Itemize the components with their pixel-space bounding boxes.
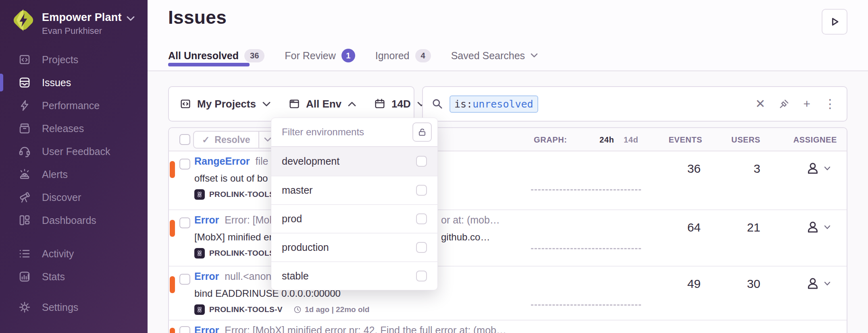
pin-search-icon[interactable]	[779, 99, 789, 109]
sidebar-item-label: Activity	[42, 248, 74, 260]
overflow-menu-icon[interactable]: ⋮	[824, 98, 836, 110]
env-option-stable[interactable]: stable	[271, 261, 437, 290]
env-option-checkbox[interactable]	[416, 242, 427, 253]
tab-saved-searches[interactable]: Saved Searches	[451, 50, 538, 62]
sidebar-item-projects[interactable]: Projects	[0, 48, 148, 71]
tab-for-review[interactable]: For Review 1	[285, 49, 355, 62]
issue-graph-placeholder	[531, 189, 641, 190]
search-actions: ✕ + ⋮	[755, 98, 836, 110]
issue-checkbox[interactable]	[179, 159, 190, 170]
issue-title-link[interactable]: Error	[194, 271, 219, 282]
search-icon	[432, 98, 443, 110]
issue-checkbox[interactable]	[179, 326, 190, 333]
page-filter-bar: My Projects All Env 14D	[168, 86, 414, 122]
error-level-bar	[170, 276, 175, 293]
env-option-checkbox[interactable]	[416, 156, 427, 167]
check-icon: ✓	[202, 134, 210, 145]
org-switcher[interactable]: Empower Plant	[42, 11, 135, 24]
tab-all-unresolved[interactable]: All Unresolved 36	[168, 49, 264, 62]
main-content: Issues All Unresolved 36 For Review 1 Ig…	[148, 0, 868, 333]
issue-checkbox[interactable]	[179, 217, 190, 228]
user-icon	[806, 276, 820, 291]
issue-heading: ErrorError: [MobX] minified error nr: 42…	[194, 325, 506, 333]
sidebar-item-discover[interactable]: Discover	[0, 186, 148, 209]
environment-filter-label: All Env	[306, 98, 341, 110]
tab-label: For Review	[285, 50, 335, 62]
sidebar-item-stats[interactable]: Stats	[0, 265, 148, 288]
issue-row[interactable]: ErrorError: [MobX] minified error nr: 42…	[169, 320, 847, 333]
issue-title-link[interactable]: Error	[194, 214, 219, 225]
sidebar-item-label: Performance	[42, 100, 100, 112]
env-option-checkbox[interactable]	[416, 271, 427, 281]
sidebar-item-label: Issues	[42, 77, 71, 89]
issue-heading: RangeErrorfile	[194, 155, 269, 167]
env-option-development[interactable]: development	[271, 147, 437, 176]
env-option-label: development	[282, 155, 416, 167]
resolve-split-button: ✓ Resolve	[193, 131, 277, 149]
sidebar-item-performance[interactable]: Performance	[0, 94, 148, 117]
pin-environment-button[interactable]	[412, 122, 432, 142]
search-token-is-unresolved[interactable]: is:unresolved	[450, 95, 538, 113]
performance-icon	[18, 99, 31, 112]
sidebar-item-dashboards[interactable]: Dashboards	[0, 209, 148, 232]
org-logo-icon[interactable]	[11, 8, 35, 32]
env-option-production[interactable]: production	[271, 233, 437, 261]
sidebar: Empower Plant Evan Purkhiser Projects Is…	[0, 0, 148, 333]
chevron-down-icon	[264, 137, 271, 142]
issue-title-link[interactable]: Error	[194, 325, 219, 333]
env-option-checkbox[interactable]	[416, 185, 427, 196]
env-option-label: prod	[282, 213, 416, 225]
env-option-master[interactable]: master	[271, 176, 437, 204]
sidebar-item-issues[interactable]: Issues	[0, 71, 148, 94]
sidebar-item-alerts[interactable]: Alerts	[0, 163, 148, 186]
issue-users-count: 3	[712, 162, 760, 176]
environment-filter-dropdown[interactable]: All Env	[279, 98, 365, 110]
stats-icon	[18, 270, 31, 283]
issue-summary: null.<anony	[225, 271, 277, 282]
select-all-checkbox[interactable]	[179, 134, 190, 145]
tab-ignored[interactable]: Ignored 4	[375, 49, 431, 62]
issue-users-count: 30	[712, 277, 760, 291]
user-feedback-icon	[18, 145, 31, 158]
user-icon	[806, 220, 820, 234]
issue-culprit: offset is out of bo	[194, 173, 268, 184]
issue-search-bar[interactable]: is:unresolved ✕ + ⋮	[422, 86, 847, 122]
search-token-value: unresolved	[473, 98, 533, 110]
sidebar-item-label: User Feedback	[42, 146, 110, 157]
dashboards-icon	[18, 213, 31, 227]
issue-age: 1d ago | 22mo old	[293, 305, 370, 314]
sidebar-item-user-feedback[interactable]: User Feedback	[0, 140, 148, 163]
assignee-dropdown[interactable]	[806, 220, 831, 234]
project-name[interactable]: PROLINK-TOOLS-V	[209, 305, 283, 314]
env-option-prod[interactable]: prod	[271, 204, 437, 233]
issue-summary: file	[256, 155, 269, 167]
graph-range-24h[interactable]: 24h	[599, 128, 614, 151]
user-icon	[806, 161, 820, 176]
graph-range-14d[interactable]: 14d	[624, 128, 638, 151]
env-option-label: master	[282, 184, 416, 196]
chevron-down-icon	[824, 225, 831, 230]
sidebar-item-settings[interactable]: Settings	[0, 296, 148, 319]
project-filter-dropdown[interactable]: My Projects	[179, 98, 279, 110]
sidebar-item-activity[interactable]: Activity	[0, 242, 148, 265]
environment-filter-input[interactable]: Filter environments	[282, 126, 412, 138]
issue-title-link[interactable]: RangeError	[194, 155, 250, 167]
issue-culprit-continued: github.co…	[441, 232, 490, 243]
replay-tour-button[interactable]	[822, 9, 847, 35]
project-icon	[194, 304, 205, 315]
add-search-icon[interactable]: +	[803, 98, 810, 110]
assignee-dropdown[interactable]	[806, 276, 831, 291]
env-option-checkbox[interactable]	[416, 213, 427, 224]
sidebar-item-label: Settings	[42, 302, 78, 313]
assignee-dropdown[interactable]	[806, 161, 831, 176]
chevron-down-icon	[824, 281, 831, 286]
environment-dropdown-header: Filter environments	[271, 118, 437, 147]
resolve-button[interactable]: ✓ Resolve	[194, 132, 258, 148]
projects-icon	[179, 98, 192, 110]
sidebar-item-releases[interactable]: Releases	[0, 117, 148, 140]
clear-search-icon[interactable]: ✕	[755, 98, 765, 110]
tab-count-badge: 36	[244, 49, 264, 62]
error-level-bar	[170, 220, 175, 237]
issue-checkbox[interactable]	[179, 274, 190, 285]
window-icon	[288, 98, 300, 110]
